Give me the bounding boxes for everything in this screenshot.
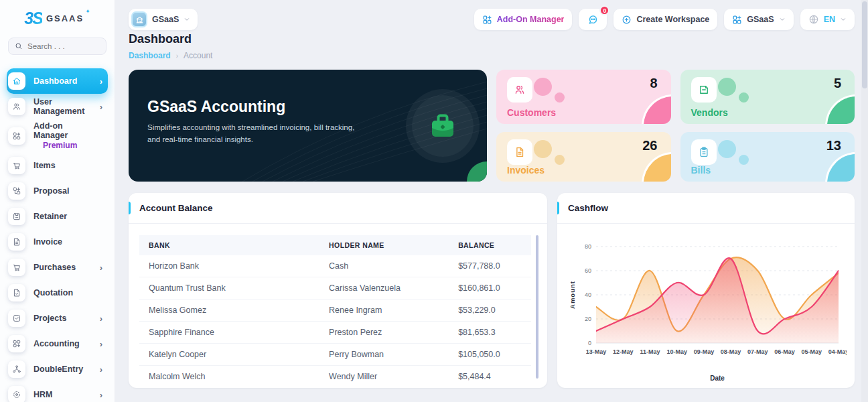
stat-users-icon <box>507 77 532 103</box>
page-content: GSaaS Accounting Simplifies accounting w… <box>129 70 855 388</box>
sidebar-item-doubleentry[interactable]: DoubleEntry › <box>7 356 108 382</box>
balance-cell: $105,050.0 <box>449 344 531 366</box>
stat-label: Vendors <box>691 107 728 118</box>
svg-text:04-May: 04-May <box>828 348 847 355</box>
sidebar-item-accounting[interactable]: Accounting › <box>7 331 108 356</box>
stat-cards: 8Customers5Vendors26Invoices13Bills <box>496 70 855 182</box>
decorative-blob <box>718 140 736 158</box>
create-workspace-button[interactable]: Create Workspace <box>613 9 717 30</box>
svg-text:06-May: 06-May <box>774 348 795 355</box>
table-scrollbar[interactable] <box>536 235 538 379</box>
panel-header: Account Balance <box>129 193 547 224</box>
corner-shape <box>642 152 671 182</box>
bank-cell: Malcolm Welch <box>139 366 319 388</box>
page-scrollbar[interactable] <box>861 0 868 402</box>
svg-text:60: 60 <box>585 267 591 274</box>
cashflow-chart-wrap: 02040608013-May12-May11-May10-May09-May0… <box>557 224 855 387</box>
main-area: GSaaS Add-On Manager 0 Create Workspace <box>115 0 868 402</box>
create-workspace-label: Create Workspace <box>636 15 709 24</box>
svg-text:10-May: 10-May <box>666 348 687 355</box>
stat-card-vendors[interactable]: 5Vendors <box>680 70 855 124</box>
cart-icon <box>8 157 25 174</box>
plus-circle-icon <box>622 15 632 25</box>
logo-mark: 3S <box>24 9 42 28</box>
hero-title: GSaaS Accounting <box>147 98 386 116</box>
sidebar-item-projects[interactable]: Projects › <box>7 306 108 331</box>
sidebar-item-dashboard[interactable]: Dashboard › <box>7 68 108 94</box>
sidebar-item-proposal[interactable]: Proposal › <box>7 178 108 204</box>
panel-header: Cashflow <box>557 193 855 224</box>
account-balance-panel: Account Balance BANK HOLDER NAME BALANCE <box>129 193 547 388</box>
grid-plus-icon <box>732 15 742 25</box>
stat-card-bills[interactable]: 13Bills <box>680 132 855 182</box>
bank-cell: Katelyn Cooper <box>139 344 319 366</box>
chat-badge: 0 <box>599 5 609 15</box>
page-head: Dashboard Dashboard › Account <box>129 32 855 60</box>
decorative-blob <box>739 155 749 165</box>
svg-text:40: 40 <box>585 291 591 298</box>
language-selector[interactable]: EN <box>800 9 855 30</box>
chevron-right-icon: › <box>100 365 102 374</box>
decorative-blob <box>739 92 749 103</box>
breadcrumb-current: Account <box>184 51 212 60</box>
app-logo: 3S GSAAS ✦ <box>0 0 115 29</box>
topbar-actions: Add-On Manager 0 Create Workspace GSaaS <box>474 9 855 30</box>
svg-text:11-May: 11-May <box>640 348 660 355</box>
topbar: GSaaS Add-On Manager 0 Create Workspace <box>129 0 855 30</box>
sidebar-item-add-on-manager[interactable]: Add-on ManagerPremium › <box>7 119 108 153</box>
svg-text:07-May: 07-May <box>747 348 768 355</box>
hrm-icon <box>8 386 25 402</box>
stat-card-customers[interactable]: 8Customers <box>496 70 671 124</box>
workspace-switcher[interactable]: GSaaS <box>724 9 793 30</box>
decorative-blob <box>534 78 552 96</box>
decorative-blob <box>718 78 736 96</box>
decorative-blob <box>555 155 565 165</box>
sidebar-item-purchases[interactable]: Purchases › <box>7 255 108 280</box>
stat-value: 26 <box>642 138 657 153</box>
sidebar-item-invoice[interactable]: Invoice › <box>7 229 108 255</box>
svg-text:09-May: 09-May <box>694 348 715 355</box>
holder-cell: Wendy Miller <box>319 366 449 388</box>
svg-text:12-May: 12-May <box>613 348 634 355</box>
bank-cell: Quantum Trust Bank <box>139 277 319 299</box>
hero-banner: GSaaS Accounting Simplifies accounting w… <box>129 70 487 182</box>
page-title: Dashboard <box>129 32 855 46</box>
chevron-right-icon: › <box>100 77 102 86</box>
stat-value: 8 <box>650 76 657 91</box>
proposal-icon <box>8 182 25 200</box>
sidebar-item-retainer[interactable]: Retainer › <box>7 204 108 229</box>
sidebar-menu: Dashboard › User Management › Add-on Man… <box>0 58 115 402</box>
table-row: Katelyn CooperPerry Bowman$105,050.0 <box>139 344 531 366</box>
balance-table-wrap: BANK HOLDER NAME BALANCE Horizon BankCas… <box>129 224 547 387</box>
stat-note-icon <box>691 77 717 103</box>
decorative-blob <box>534 140 552 158</box>
chevron-right-icon: › <box>100 314 102 323</box>
app-root: 3S GSAAS ✦ Dashboard › User Management ›… <box>0 0 868 402</box>
stat-value: 5 <box>834 76 841 91</box>
page-scrollbar-thumb[interactable] <box>862 1 867 88</box>
workspace-selector[interactable]: GSaaS <box>129 9 198 30</box>
chat-button[interactable]: 0 <box>579 9 607 30</box>
premium-badge: Premium <box>33 141 92 151</box>
sidebar-item-items[interactable]: Items › <box>7 153 108 178</box>
table-row: Sapphire FinancePreston Perez$81,653.3 <box>139 322 531 344</box>
decorative-blob <box>555 92 565 103</box>
logo-text: GSAAS <box>46 13 84 23</box>
holder-cell: Preston Perez <box>319 322 449 344</box>
chat-icon <box>587 14 599 25</box>
sidebar-item-quotation[interactable]: Quotation › <box>7 280 108 306</box>
projects-icon <box>8 310 25 327</box>
table-row: Malcolm WelchWendy Miller$5,484.4 <box>139 366 531 388</box>
column-header-holder: HOLDER NAME <box>319 235 449 255</box>
stat-clipboard-icon <box>691 139 717 165</box>
stat-card-invoices[interactable]: 26Invoices <box>496 132 671 182</box>
search-input[interactable] <box>27 42 100 50</box>
cart-icon <box>8 259 25 276</box>
sidebar-item-user-management[interactable]: User Management › <box>7 94 108 119</box>
holder-cell: Renee Ingram <box>319 299 449 322</box>
search-box[interactable] <box>8 38 106 55</box>
breadcrumb-home[interactable]: Dashboard <box>129 51 171 60</box>
panel-title: Cashflow <box>568 203 608 213</box>
sidebar-item-hrm[interactable]: HRM › <box>7 382 108 402</box>
addon-manager-button[interactable]: Add-On Manager <box>474 9 573 30</box>
